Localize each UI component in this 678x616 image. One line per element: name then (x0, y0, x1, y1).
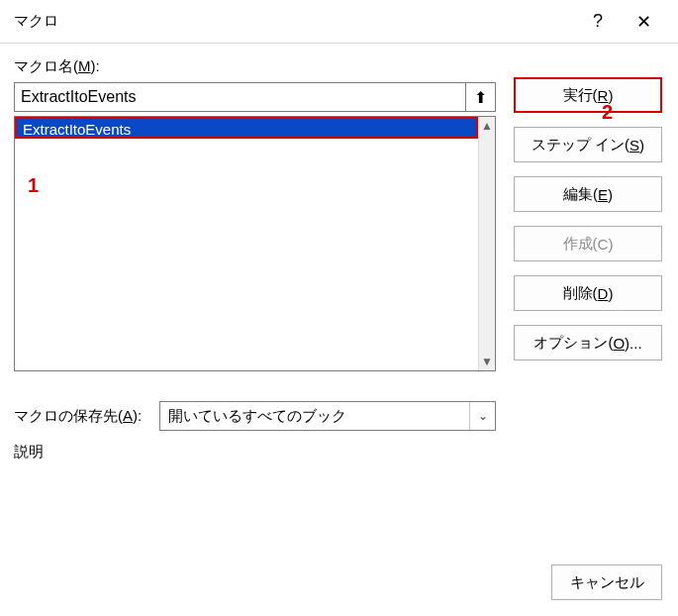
delete-button[interactable]: 削除(D) (514, 275, 662, 311)
chevron-down-icon: ⌄ (469, 402, 495, 430)
list-item[interactable]: ExtractItoEvents (15, 117, 478, 139)
step-in-button[interactable]: ステップ イン(S) (514, 127, 662, 162)
description-label: 説明 (14, 443, 496, 462)
scroll-up-icon[interactable]: ▲ (479, 117, 495, 135)
select-value: 開いているすべてのブック (168, 407, 346, 426)
cancel-button[interactable]: キャンセル (551, 565, 662, 600)
annotation-2: 2 (602, 101, 613, 124)
arrow-up-icon[interactable]: ⬆ (466, 82, 496, 112)
save-location-label: マクロの保存先(A): (14, 407, 142, 426)
close-button[interactable]: ✕ (621, 11, 666, 33)
edit-button[interactable]: 編集(E) (514, 176, 662, 212)
dialog-title: マクロ (14, 12, 575, 31)
annotation-1: 1 (28, 174, 39, 197)
scrollbar[interactable]: ▲ ▼ (478, 117, 496, 370)
help-button[interactable]: ? (575, 11, 621, 32)
save-location-select[interactable]: 開いているすべてのブック ⌄ (159, 401, 496, 431)
titlebar: マクロ ? ✕ (0, 0, 678, 44)
macro-name-label: マクロ名(M): (14, 57, 496, 76)
macro-list[interactable]: ExtractItoEvents ▲ ▼ (14, 116, 496, 371)
scroll-down-icon[interactable]: ▼ (479, 353, 495, 370)
options-button[interactable]: オプション(O)... (514, 325, 662, 360)
create-button: 作成(C) (514, 226, 662, 261)
macro-name-input[interactable] (14, 82, 466, 112)
dialog-content: 2 マクロ名(M): ⬆ ExtractItoEvents ▲ ▼ マクロの保存… (0, 44, 678, 462)
run-button[interactable]: 実行(R) (514, 77, 662, 113)
